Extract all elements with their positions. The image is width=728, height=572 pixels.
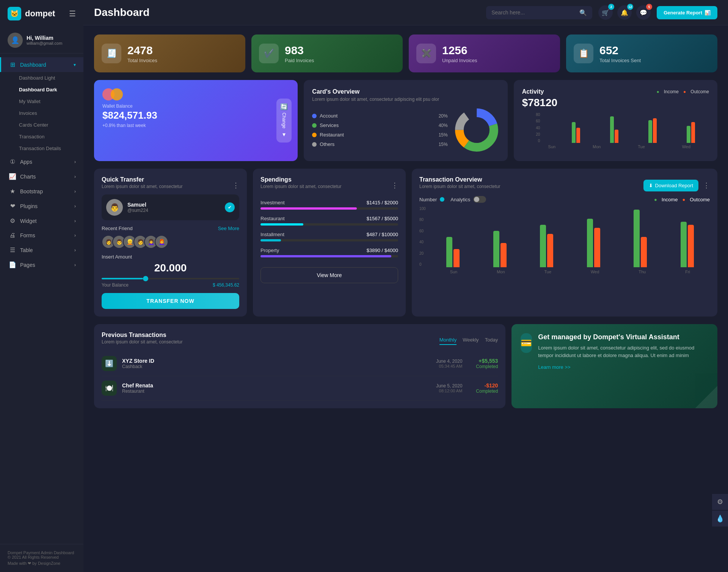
sidebar-logo: 🐱 dompet ☰ <box>0 0 83 27</box>
va-title: Get managed by Dompet's Virtual Assistan… <box>538 333 708 341</box>
tab-monthly[interactable]: Monthly <box>439 337 457 345</box>
chevron-right-icon-2: › <box>74 174 76 179</box>
amount-slider[interactable] <box>102 278 239 279</box>
qt-user-avatar: 👨 <box>106 199 123 216</box>
sub-item-transaction-details[interactable]: Transaction Details <box>0 143 83 154</box>
apps-icon: ① <box>9 158 16 165</box>
legend-others: Others 15% <box>312 141 447 147</box>
wallet-card: Wallet Balance $824,571.93 +0.8% than la… <box>94 80 298 161</box>
search-box: 🔍 <box>486 6 592 19</box>
logo-icon: 🐱 <box>8 7 21 20</box>
logo-text: dompet <box>25 9 55 19</box>
quick-transfer-section: Quick Transfer Lorem ipsum dolor sit ame… <box>94 169 247 317</box>
chevron-right-icon-6: › <box>74 233 76 238</box>
paid-invoices-number: 983 <box>285 44 314 57</box>
recent-label: Recent Friend <box>102 226 133 231</box>
chevron-right-icon-5: › <box>74 218 76 224</box>
pt-header: Previous Transactions Lorem ipsum dolor … <box>102 332 498 350</box>
legend-label-others: Others <box>320 141 334 147</box>
sidebar-label-plugins: Plugins <box>20 203 71 209</box>
spend-item-property: Property $3890 / $4000 <box>260 248 398 257</box>
sidebar-footer: Dompet Payment Admin Dashboard © 2021 Al… <box>0 544 83 572</box>
refresh-icon: 🔄 <box>280 103 288 110</box>
unpaid-invoices-number: 1256 <box>442 44 477 57</box>
wallet-change-button[interactable]: 🔄 Change ▾ <box>276 99 292 143</box>
to-outcome-label: Outcome <box>690 197 710 202</box>
analytics-toggle[interactable]: Analytics <box>450 196 486 203</box>
sidebar-item-plugins[interactable]: ❤ Plugins › <box>0 199 83 213</box>
sidebar-item-charts[interactable]: 📈 Charts › <box>0 169 83 184</box>
sidebar-item-pages[interactable]: 📄 Pages › <box>0 257 83 272</box>
forms-icon: 🖨 <box>9 232 16 239</box>
trans-amount-2: -$120 <box>468 382 498 389</box>
number-label: Number <box>419 197 437 202</box>
trans-icon-2: 🍽️ <box>102 381 117 396</box>
notifications-button[interactable]: 🔔 12 <box>617 5 632 20</box>
avatar: 👤 <box>8 33 23 48</box>
friend-avatars: 👩 👨 👱 🧑 👩‍🦱 👩‍🦰 <box>102 235 239 249</box>
view-more-button[interactable]: View More <box>260 267 398 283</box>
chevron-right-icon-8: › <box>74 262 76 268</box>
to-more-icon[interactable]: ⋮ <box>703 181 710 190</box>
total-invoices-icon: 🧾 <box>102 44 121 63</box>
to-income-label: Income <box>662 197 678 202</box>
bar-mon-income <box>610 116 614 143</box>
hamburger-icon[interactable]: ☰ <box>69 9 76 18</box>
user-email: william@gmail.com <box>27 41 62 45</box>
sub-item-transaction[interactable]: Transaction <box>0 131 83 143</box>
chip-orange <box>111 88 123 100</box>
download-report-button[interactable]: ⬇ Download Report <box>643 180 698 191</box>
sub-item-cards-center[interactable]: Cards Center <box>0 119 83 131</box>
total-sent-number: 652 <box>599 44 641 57</box>
sidebar-item-table[interactable]: ☰ Table › <box>0 243 83 257</box>
settings-float-button[interactable]: ⚙ <box>712 494 728 510</box>
wallet-balance-label: Wallet Balance <box>102 103 289 109</box>
transaction-overview-section: Transaction Overview Lorem ipsum dolor s… <box>412 169 717 317</box>
svg-point-3 <box>459 113 494 147</box>
middle-row: Wallet Balance $824,571.93 +0.8% than la… <box>94 80 717 161</box>
va-learn-more-link[interactable]: Learn more >> <box>538 364 708 370</box>
activity-bar-chart: 806040200 <box>522 113 709 149</box>
cart-button[interactable]: 🛒 2 <box>598 5 613 20</box>
legend-list: Account 20% Services 40% Restaurant 15% <box>312 113 447 147</box>
qt-more-icon[interactable]: ⋮ <box>232 181 239 190</box>
search-input[interactable] <box>491 9 576 16</box>
to-subtitle: Lorem ipsum dolor sit amet, consectetur <box>419 184 500 189</box>
to-legend: Number Analytics ● Income ● Outcome <box>419 196 710 203</box>
donut-chart <box>454 107 499 153</box>
sidebar-item-apps[interactable]: ① Apps › <box>0 154 83 169</box>
spendings-more-icon[interactable]: ⋮ <box>391 181 398 190</box>
sidebar-item-widget[interactable]: ⚙ Widget › <box>0 213 83 228</box>
spend-item-investment: Investment $1415 / $2000 <box>260 200 398 210</box>
see-more-link[interactable]: See More <box>218 226 239 231</box>
outcome-label: Outcome <box>690 89 709 94</box>
bar-tue-outcome <box>653 118 657 143</box>
activity-header: Activity ● Income ● Outcome <box>522 88 709 95</box>
sidebar-item-forms[interactable]: 🖨 Forms › <box>0 228 83 243</box>
user-greeting: Hi, William <box>27 35 62 41</box>
activity-title: Activity <box>522 88 544 95</box>
bootstrap-icon: ★ <box>9 188 16 195</box>
virtual-assistant-section: 💳 Get managed by Dompet's Virtual Assist… <box>511 324 717 408</box>
friend-avatar-6: 👩‍🦰 <box>155 235 168 249</box>
trans-time-2: 08:12:00 AM <box>436 389 462 393</box>
unpaid-invoices-icon: ✖️ <box>416 44 436 63</box>
tab-weekly[interactable]: Weekly <box>463 337 479 345</box>
generate-report-button[interactable]: Generate Report 📊 <box>657 6 717 19</box>
analytics-switch[interactable] <box>473 196 486 203</box>
sub-item-invoices[interactable]: Invoices <box>0 107 83 119</box>
sub-item-dashboard-dark[interactable]: Dashboard Dark <box>0 84 83 96</box>
transfer-now-button[interactable]: TRANSFER NOW <box>102 293 239 309</box>
messages-button[interactable]: 💬 5 <box>636 5 651 20</box>
sub-item-my-wallet[interactable]: My Wallet <box>0 96 83 107</box>
qt-title: Quick Transfer <box>102 176 182 183</box>
sidebar-item-bootstrap[interactable]: ★ Bootstrap › <box>0 184 83 199</box>
legend-account: Account 20% <box>312 113 447 119</box>
sub-item-dashboard-light[interactable]: Dashboard Light <box>0 72 83 84</box>
sidebar-item-dashboard[interactable]: ⊞ Dashboard ▾ <box>0 57 83 72</box>
stat-cards: 🧾 2478 Total Invoices ✔️ 983 Paid Invoic… <box>94 34 717 72</box>
number-toggle: Number <box>419 197 444 202</box>
tab-today[interactable]: Today <box>485 337 498 345</box>
theme-float-button[interactable]: 💧 <box>712 511 728 527</box>
previous-transactions-section: Previous Transactions Lorem ipsum dolor … <box>94 324 505 408</box>
